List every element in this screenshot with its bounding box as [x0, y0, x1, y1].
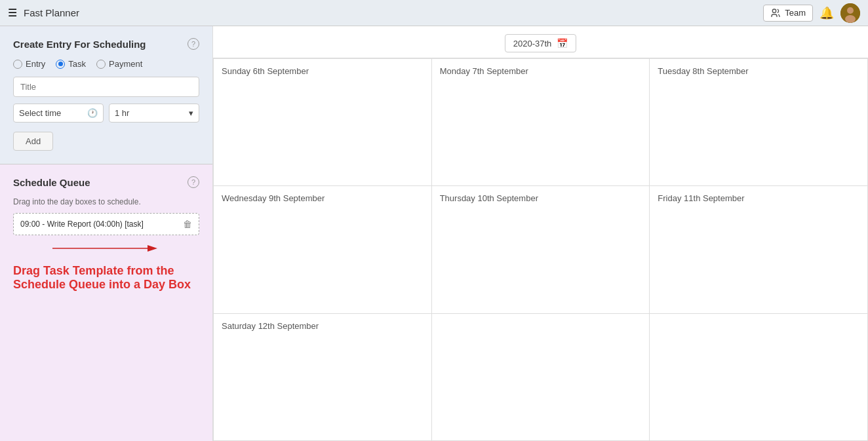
chevron-down-icon: ▾ — [189, 108, 193, 118]
calendar-grid: Sunday 6th September Monday 7th Septembe… — [213, 58, 868, 441]
entry-radio-payment[interactable]: Payment — [96, 59, 142, 69]
day-cell-wednesday[interactable]: Wednesday 9th September — [214, 186, 432, 313]
week-value: 2020-37th — [513, 39, 552, 48]
time-select[interactable]: Select time 🕐 — [13, 104, 104, 123]
trash-icon[interactable]: 🗑 — [183, 219, 192, 229]
drag-arrow-icon — [52, 242, 157, 255]
create-entry-title: Create Entry For Scheduling — [13, 39, 146, 50]
create-entry-header: Create Entry For Scheduling ? — [13, 38, 199, 50]
create-entry-section: Create Entry For Scheduling ? Entry Task… — [0, 26, 212, 164]
day-cell-thursday[interactable]: Thursday 10th September — [432, 186, 650, 313]
avatar[interactable] — [840, 3, 860, 23]
entry-radio-circle — [13, 60, 22, 69]
team-button[interactable]: Team — [763, 5, 813, 22]
day-label-monday: Monday 7th September — [440, 66, 528, 76]
task-radio-circle — [56, 60, 65, 69]
create-entry-help-icon[interactable]: ? — [187, 38, 199, 50]
left-panel: Create Entry For Scheduling ? Entry Task… — [0, 26, 213, 441]
day-label-sunday: Sunday 6th September — [222, 66, 309, 76]
day-cell-sunday[interactable]: Sunday 6th September — [214, 59, 432, 186]
payment-radio-circle — [96, 60, 106, 69]
day-cell-tuesday[interactable]: Tuesday 8th September — [650, 59, 868, 186]
svg-point-2 — [847, 7, 854, 14]
arrow-area — [13, 239, 199, 259]
bell-icon[interactable]: 🔔 — [819, 6, 834, 20]
top-navigation: ☰ Fast Planner Team 🔔 — [0, 0, 868, 26]
team-label: Team — [785, 8, 806, 18]
topnav-left: ☰ Fast Planner — [8, 7, 79, 19]
menu-icon[interactable]: ☰ — [8, 7, 17, 19]
svg-marker-5 — [148, 245, 157, 252]
calendar-icon: 📅 — [557, 38, 568, 48]
svg-point-0 — [773, 9, 776, 12]
day-cell-friday[interactable]: Friday 11th September — [650, 186, 868, 313]
team-icon — [770, 8, 781, 18]
entry-radio-entry[interactable]: Entry — [13, 59, 45, 69]
schedule-queue-title: Schedule Queue — [13, 177, 90, 188]
day-label-wednesday: Wednesday 9th September — [222, 193, 325, 203]
queue-item[interactable]: 09:00 - Write Report (04:00h) [task] 🗑 — [13, 213, 199, 235]
clock-icon: 🕐 — [87, 108, 98, 118]
day-cell-empty-1 — [432, 314, 650, 441]
week-selector[interactable]: 2020-37th 📅 — [505, 34, 577, 52]
task-label: Task — [68, 59, 86, 69]
app-title: Fast Planner — [24, 7, 79, 18]
duration-select[interactable]: 1 hr ▾ — [109, 104, 199, 123]
drag-label: Drag Task Template from the Schedule Que… — [13, 259, 199, 292]
calendar-area: 2020-37th 📅 Sunday 6th September Monday … — [213, 26, 868, 441]
duration-value: 1 hr — [115, 108, 129, 118]
day-cell-empty-2 — [650, 314, 868, 441]
day-cell-monday[interactable]: Monday 7th September — [432, 59, 650, 186]
day-label-tuesday: Tuesday 8th September — [658, 66, 748, 76]
entry-label: Entry — [26, 59, 45, 69]
day-label-saturday: Saturday 12th September — [222, 321, 319, 331]
entry-radio-task[interactable]: Task — [56, 59, 86, 69]
main-layout: Create Entry For Scheduling ? Entry Task… — [0, 26, 868, 441]
schedule-queue-help-icon[interactable]: ? — [187, 176, 199, 188]
svg-point-3 — [845, 15, 856, 23]
calendar-header: 2020-37th 📅 — [213, 26, 868, 58]
add-button[interactable]: Add — [13, 132, 53, 151]
schedule-queue-section: Schedule Queue ? Drag into the day boxes… — [0, 164, 212, 441]
title-input[interactable] — [13, 77, 199, 97]
time-placeholder: Select time — [19, 108, 61, 118]
day-label-thursday: Thursday 10th September — [440, 193, 538, 203]
avatar-image — [840, 3, 860, 23]
entry-type-radio-group: Entry Task Payment — [13, 59, 199, 69]
schedule-queue-header: Schedule Queue ? — [13, 176, 199, 188]
day-cell-saturday[interactable]: Saturday 12th September — [214, 314, 432, 441]
time-row: Select time 🕐 1 hr ▾ — [13, 104, 199, 123]
payment-label: Payment — [109, 59, 142, 69]
drag-hint: Drag into the day boxes to schedule. — [13, 197, 199, 206]
day-label-friday: Friday 11th September — [658, 193, 744, 203]
topnav-right: Team 🔔 — [763, 3, 860, 23]
queue-item-label: 09:00 - Write Report (04:00h) [task] — [20, 220, 144, 229]
